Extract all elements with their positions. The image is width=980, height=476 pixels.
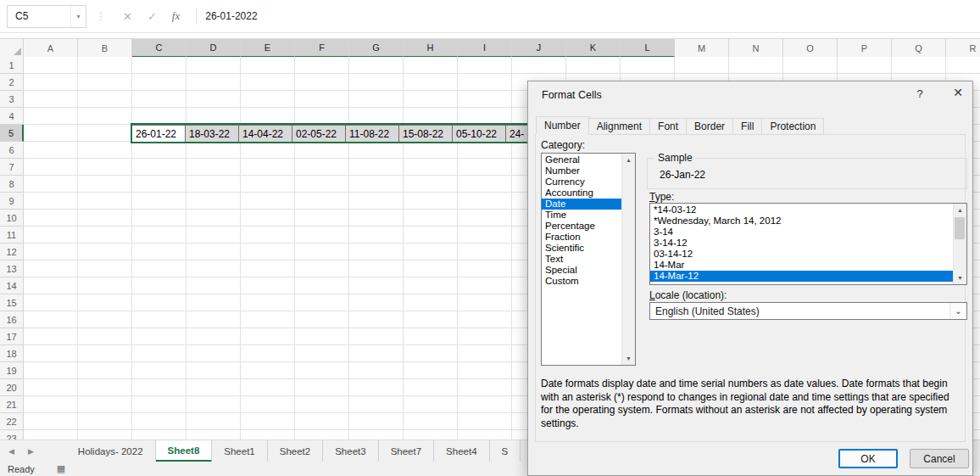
row-header[interactable]: 11 — [0, 227, 24, 244]
combo-chevron-icon[interactable]: ⌄ — [949, 303, 966, 319]
category-item[interactable]: General — [542, 154, 621, 165]
type-scrollbar[interactable]: ▲ ▼ — [953, 204, 966, 284]
date-cell[interactable]: 26-01-22 — [131, 125, 186, 143]
row-header[interactable]: 2 — [0, 74, 24, 91]
column-header[interactable]: H — [404, 39, 458, 58]
row-header[interactable]: 17 — [0, 328, 24, 345]
category-item[interactable]: Currency — [542, 176, 621, 188]
locale-combobox[interactable]: English (United States) ⌄ — [649, 302, 967, 320]
sheet-tab[interactable]: S — [490, 440, 521, 462]
sheet-tab[interactable]: Sheet1 — [212, 440, 267, 462]
category-scrollbar[interactable]: ▲ ▼ — [621, 154, 635, 365]
category-item[interactable]: Percentage — [542, 221, 621, 232]
dialog-tab[interactable]: Fill — [732, 118, 762, 135]
type-item[interactable]: 03-14-12 — [650, 249, 953, 260]
column-header[interactable]: P — [838, 39, 892, 58]
row-header[interactable]: 6 — [0, 142, 24, 159]
column-header[interactable]: B — [78, 39, 132, 58]
column-header[interactable]: D — [187, 39, 241, 58]
date-cell[interactable]: 15-08-22 — [398, 125, 453, 143]
sheet-tab[interactable]: Sheet8 — [156, 440, 213, 462]
row-header[interactable]: 4 — [0, 108, 24, 125]
row-header[interactable]: 15 — [0, 294, 24, 311]
date-cell[interactable]: 18-03-22 — [185, 125, 239, 143]
category-item[interactable]: Scientific — [542, 243, 621, 254]
scroll-down-icon[interactable]: ▼ — [954, 272, 966, 284]
row-header[interactable]: 18 — [0, 345, 24, 362]
sheet-nav-right-icon[interactable]: ▶ — [28, 447, 34, 456]
row-header[interactable]: 23 — [0, 430, 24, 440]
row-header[interactable]: 20 — [0, 379, 24, 396]
scroll-up-icon[interactable]: ▲ — [954, 204, 966, 216]
row-header[interactable]: 19 — [0, 362, 24, 379]
column-header[interactable]: Q — [892, 39, 946, 58]
sheet-tab[interactable]: Sheet4 — [434, 440, 489, 462]
dialog-help-icon[interactable]: ? — [913, 87, 927, 100]
formula-input[interactable]: 26-01-2022 — [205, 10, 257, 22]
row-header[interactable]: 16 — [0, 311, 24, 328]
type-item[interactable]: 3-14 — [650, 227, 953, 238]
column-header[interactable]: J — [512, 39, 566, 58]
cancel-entry-icon[interactable]: ✕ — [123, 10, 132, 23]
column-header[interactable]: K — [566, 39, 621, 58]
category-item[interactable]: Time — [542, 210, 621, 221]
column-header[interactable]: G — [349, 39, 404, 58]
cancel-button[interactable]: Cancel — [910, 449, 969, 468]
column-header[interactable]: A — [24, 39, 78, 58]
category-item[interactable]: Special — [542, 265, 621, 276]
select-all-corner[interactable] — [0, 39, 24, 58]
type-item[interactable]: 14-Mar-12 — [650, 271, 953, 282]
row-header[interactable]: 14 — [0, 277, 24, 294]
row-header[interactable]: 12 — [0, 244, 24, 260]
scrollbar-thumb[interactable] — [955, 217, 965, 239]
macro-record-icon[interactable]: ▦ — [57, 463, 65, 474]
category-item[interactable]: Number — [542, 165, 621, 176]
date-cell[interactable]: 05-10-22 — [452, 125, 506, 143]
row-header[interactable]: 9 — [0, 193, 24, 210]
sheet-tab[interactable]: Sheet2 — [268, 440, 323, 462]
name-box[interactable]: C5 ▾ — [7, 5, 86, 28]
dialog-tab[interactable]: Font — [649, 118, 687, 135]
ok-button[interactable]: OK — [838, 449, 898, 468]
scroll-up-icon[interactable]: ▲ — [622, 154, 635, 166]
column-header[interactable]: M — [675, 39, 729, 58]
name-box-chevron-icon[interactable]: ▾ — [70, 6, 86, 27]
column-header[interactable]: R — [946, 39, 980, 58]
row-header[interactable]: 5 — [0, 125, 24, 142]
sheet-tab[interactable]: Sheet3 — [323, 440, 378, 462]
category-item[interactable]: Accounting — [542, 188, 621, 199]
sheet-tab[interactable]: Holidays- 2022 — [66, 440, 156, 462]
type-item[interactable]: *14-03-12 — [650, 204, 953, 216]
sheet-tab[interactable]: Sheet7 — [379, 440, 434, 462]
column-header[interactable]: E — [241, 39, 295, 58]
date-cell[interactable]: 02-05-22 — [292, 125, 346, 143]
row-header[interactable]: 7 — [0, 159, 24, 176]
category-item[interactable]: Custom — [542, 276, 621, 287]
category-item[interactable]: Text — [542, 254, 621, 265]
type-item[interactable]: *Wednesday, March 14, 2012 — [650, 216, 953, 227]
row-header[interactable]: 13 — [0, 260, 24, 277]
date-cell[interactable]: 14-04-22 — [238, 125, 292, 143]
date-cell[interactable]: 11-08-22 — [345, 125, 399, 143]
type-item[interactable]: 14-Mar — [650, 260, 953, 271]
dialog-close-icon[interactable]: ✕ — [949, 86, 967, 99]
dialog-tab[interactable]: Protection — [761, 118, 824, 135]
scroll-down-icon[interactable]: ▼ — [622, 352, 635, 365]
insert-function-icon[interactable]: fx — [172, 9, 180, 23]
row-header[interactable]: 1 — [0, 57, 24, 74]
column-header[interactable]: C — [132, 39, 187, 58]
row-header[interactable]: 22 — [0, 413, 24, 430]
category-item[interactable]: Date — [542, 199, 621, 210]
row-header[interactable]: 21 — [0, 396, 24, 413]
column-header[interactable]: F — [295, 39, 349, 58]
dialog-tab[interactable]: Alignment — [588, 118, 650, 135]
dialog-tab[interactable]: Border — [686, 118, 733, 135]
row-header[interactable]: 10 — [0, 210, 24, 227]
sheet-nav-left-icon[interactable]: ◀ — [8, 447, 14, 456]
enter-entry-icon[interactable]: ✓ — [148, 10, 157, 23]
column-header[interactable]: O — [783, 39, 838, 58]
column-header[interactable]: I — [458, 39, 512, 58]
type-item[interactable]: 3-14-12 — [650, 238, 953, 249]
row-header[interactable]: 8 — [0, 176, 24, 193]
category-item[interactable]: Fraction — [542, 232, 621, 243]
